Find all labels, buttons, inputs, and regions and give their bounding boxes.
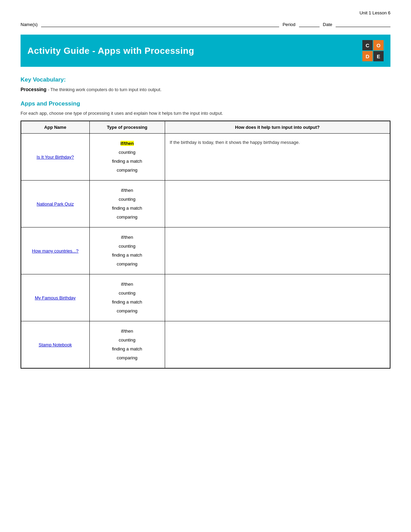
processing-option[interactable]: counting [95,195,160,204]
table-body: Is It Your Birthday?if/thencountingfindi… [21,134,390,369]
processing-option[interactable]: if/then [95,233,160,242]
processing-option[interactable]: if/then [95,280,160,289]
processing-option[interactable]: counting [95,242,160,251]
logo-o: O [373,40,384,50]
app-name-link[interactable]: National Park Quiz [37,201,74,207]
app-name-cell: Is It Your Birthday? [21,134,89,181]
app-name-cell: How many countries...? [21,227,89,274]
processing-option[interactable]: finding a match [95,298,160,307]
processing-option[interactable]: if/then [95,139,160,148]
processing-option[interactable]: if/then [95,186,160,195]
processing-options-cell: if/thencountingfinding a matchcomparing [89,321,165,369]
table-row: Is It Your Birthday?if/thencountingfindi… [21,134,390,181]
processing-option[interactable]: finding a match [95,204,160,213]
vocab-term: Processing [21,87,46,92]
page-title: Activity Guide - Apps with Processing [27,46,194,56]
app-name-link[interactable]: My Famous Birthday [35,295,76,300]
processing-option[interactable]: counting [95,148,160,157]
vocabulary-section: Key Vocabulary: Processing - The thinkin… [21,76,390,92]
app-name-cell: My Famous Birthday [21,274,89,321]
logo-e: E [373,51,384,61]
processing-option[interactable]: finding a match [95,251,160,260]
col-header-app-name: App Name [21,121,89,134]
period-label: Period [283,22,296,27]
processing-options-cell: if/thencountingfinding a matchcomparing [89,181,165,227]
processing-option[interactable]: finding a match [95,157,160,166]
vocab-entry: Processing - The thinking work computers… [21,87,390,92]
explanation-cell [165,227,390,274]
apps-section: Apps and Processing For each app, choose… [21,100,390,369]
processing-option[interactable]: comparing [95,213,160,222]
processing-options-cell: if/thencountingfinding a matchcomparing [89,227,165,274]
apps-table: App Name Type of processing How does it … [21,121,390,369]
period-underline[interactable] [299,22,320,27]
processing-option[interactable]: comparing [95,354,160,362]
processing-option[interactable]: if/then [95,327,160,336]
table-row: How many countries...?if/thencountingfin… [21,227,390,274]
instruction-text: For each app, choose one type of process… [21,111,390,116]
vocab-definition: - The thinking work computers do to turn… [48,87,161,92]
col-header-explanation: How does it help turn input into output? [165,121,390,134]
col-header-processing: Type of processing [89,121,165,134]
app-name-link[interactable]: Stamp Notebook [39,342,72,347]
processing-option[interactable]: counting [95,336,160,345]
logo-d: D [362,51,373,61]
app-name-link[interactable]: Is It Your Birthday? [37,154,74,160]
date-underline[interactable] [336,22,390,27]
table-row: Stamp Notebookif/thencountingfinding a m… [21,321,390,369]
names-label: Name(s) [21,22,38,27]
processing-option[interactable]: finding a match [95,345,160,354]
explanation-cell: If the birthday is today, then it shows … [165,134,390,181]
vocab-section-title: Key Vocabulary: [21,76,390,83]
table-row: National Park Quizif/thencountingfinding… [21,181,390,227]
form-line: Name(s) Period Date [21,22,390,27]
logo-c: C [362,40,373,50]
processing-option[interactable]: comparing [95,260,160,269]
apps-section-title: Apps and Processing [21,100,390,107]
date-label: Date [323,22,332,27]
header-bar: Activity Guide - Apps with Processing C … [21,35,390,67]
code-org-logo: C O D E [362,40,384,61]
processing-option[interactable]: counting [95,289,160,298]
names-underline[interactable] [41,22,279,27]
processing-option[interactable]: comparing [95,307,160,316]
explanation-cell [165,321,390,369]
table-header: App Name Type of processing How does it … [21,121,390,134]
table-header-row: App Name Type of processing How does it … [21,121,390,134]
processing-options-cell: if/thencountingfinding a matchcomparing [89,134,165,181]
explanation-cell [165,181,390,227]
app-name-cell: Stamp Notebook [21,321,89,369]
app-name-link[interactable]: How many countries...? [32,248,78,253]
unit-label: Unit 1 Lesson 6 [21,10,390,15]
processing-options-cell: if/thencountingfinding a matchcomparing [89,274,165,321]
app-name-cell: National Park Quiz [21,181,89,227]
explanation-cell [165,274,390,321]
processing-option[interactable]: comparing [95,166,160,175]
table-row: My Famous Birthdayif/thencountingfinding… [21,274,390,321]
